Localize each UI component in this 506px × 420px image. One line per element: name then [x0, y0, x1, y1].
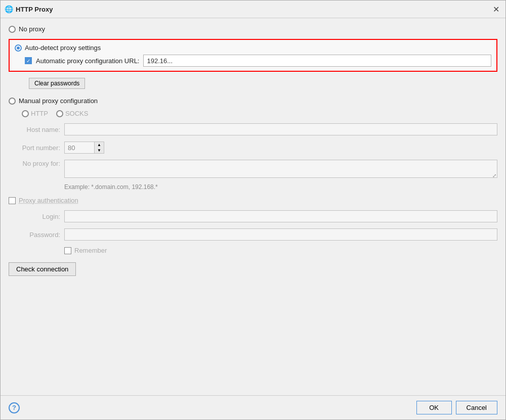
clear-passwords-button[interactable]: Clear passwords [29, 78, 85, 89]
clear-passwords-area: Clear passwords [9, 78, 497, 92]
dialog-title: HTTP Proxy [16, 6, 487, 13]
auto-config-checkbox[interactable] [25, 57, 32, 64]
no-proxy-for-row: No proxy for: ⤢ [9, 160, 497, 179]
no-proxy-input[interactable] [64, 160, 497, 178]
proxy-auth-label[interactable]: Proxy authentication [19, 197, 78, 204]
no-proxy-textarea-wrapper: ⤢ [64, 160, 497, 179]
proxy-auth-checkbox[interactable] [9, 197, 16, 204]
http-radio[interactable] [22, 110, 29, 117]
port-number-label: Port number: [9, 144, 64, 152]
ok-button[interactable]: OK [416, 401, 452, 414]
example-text: Example: *.domain.com, 192.168.* [9, 183, 497, 191]
no-proxy-for-label: No proxy for: [9, 160, 64, 167]
manual-proxy-radio[interactable] [9, 98, 16, 105]
manual-proxy-label[interactable]: Manual proxy configuration [19, 97, 98, 105]
help-button[interactable]: ? [9, 402, 20, 413]
port-number-row: Port number: ▲ ▼ [9, 142, 497, 154]
remember-checkbox[interactable] [64, 247, 71, 254]
remember-row: Remember [9, 247, 497, 254]
auto-detect-row: Auto-detect proxy settings [15, 44, 491, 52]
host-name-label: Host name: [9, 126, 64, 133]
http-option: HTTP [22, 110, 48, 117]
check-connection-button[interactable]: Check connection [9, 262, 76, 276]
auto-detect-label[interactable]: Auto-detect proxy settings [25, 44, 101, 52]
http-label[interactable]: HTTP [31, 110, 48, 117]
socks-label[interactable]: SOCKS [65, 110, 89, 117]
dialog-footer: ? OK Cancel [1, 395, 505, 419]
socks-radio[interactable] [56, 110, 63, 117]
port-up-button[interactable]: ▲ [95, 142, 104, 148]
login-row: Login: [9, 210, 497, 222]
auto-config-url-input[interactable] [143, 55, 491, 67]
login-input[interactable] [64, 210, 497, 222]
proxy-url-row: Automatic proxy configuration URL: [15, 55, 491, 67]
password-input[interactable] [64, 228, 497, 241]
password-row: Password: [9, 228, 497, 241]
no-proxy-label[interactable]: No proxy [19, 25, 45, 33]
expand-icon[interactable]: ⤢ [492, 173, 496, 178]
protocol-row: HTTP SOCKS [9, 110, 497, 117]
dialog-body: No proxy Auto-detect proxy settings Auto… [1, 18, 505, 395]
auto-detect-section: Auto-detect proxy settings Automatic pro… [9, 39, 497, 72]
host-name-row: Host name: [9, 123, 497, 135]
port-down-button[interactable]: ▼ [95, 148, 104, 153]
title-bar: 🌐 HTTP Proxy ✕ [1, 1, 505, 18]
port-input-wrapper: ▲ ▼ [64, 142, 104, 154]
auto-detect-radio[interactable] [15, 44, 22, 52]
proxy-auth-row: Proxy authentication [9, 197, 497, 204]
password-label: Password: [9, 231, 64, 239]
close-button[interactable]: ✕ [490, 4, 501, 15]
check-connection-area: Check connection [9, 262, 497, 276]
no-proxy-row: No proxy [9, 25, 497, 33]
cancel-button[interactable]: Cancel [456, 401, 497, 414]
host-name-input[interactable] [64, 123, 497, 135]
remember-label[interactable]: Remember [74, 247, 107, 254]
login-label: Login: [9, 213, 64, 220]
socks-option: SOCKS [56, 110, 89, 117]
dialog-icon: 🌐 [5, 5, 13, 13]
auto-config-url-label: Automatic proxy configuration URL: [36, 57, 139, 65]
manual-proxy-row: Manual proxy configuration [9, 97, 497, 105]
port-input[interactable] [64, 142, 95, 154]
port-spinners: ▲ ▼ [95, 142, 104, 154]
no-proxy-radio[interactable] [9, 26, 16, 33]
http-proxy-dialog: 🌐 HTTP Proxy ✕ No proxy Auto-detect prox… [0, 0, 506, 420]
